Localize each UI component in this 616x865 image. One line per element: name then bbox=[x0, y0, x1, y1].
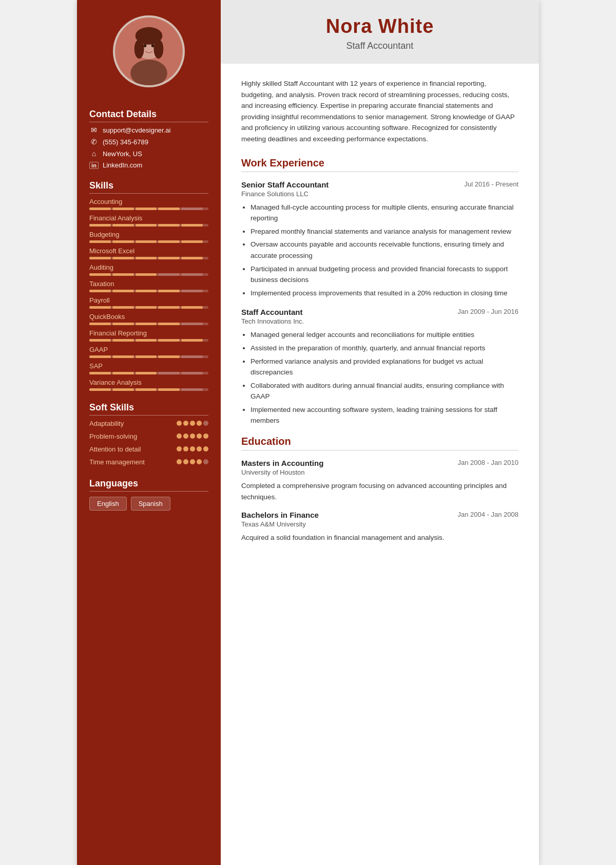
sidebar-content: Contact Details ✉ support@cvdesigner.ai … bbox=[77, 98, 221, 511]
skill-name: Variance Analysis bbox=[89, 379, 208, 386]
skill-segment bbox=[112, 240, 134, 243]
skill-segment bbox=[136, 323, 157, 325]
linkedin-icon: in bbox=[89, 162, 99, 169]
skill-segment bbox=[89, 224, 111, 227]
skill-bar bbox=[89, 224, 208, 227]
skill-bar bbox=[89, 323, 208, 325]
soft-skill-item: Attention to detail bbox=[89, 445, 208, 454]
education-list: Masters in AccountingJan 2008 - Jan 2010… bbox=[241, 459, 518, 543]
skill-segment bbox=[112, 208, 134, 210]
skill-bar bbox=[89, 290, 208, 292]
edu-block: Bachelors in FinanceJan 2004 - Jan 2008T… bbox=[241, 511, 518, 543]
bullet-item: Performed variance analysis and provided… bbox=[251, 356, 518, 378]
skill-segment bbox=[181, 339, 203, 342]
skill-segment bbox=[136, 240, 157, 243]
skill-segment bbox=[89, 355, 111, 358]
dot bbox=[190, 446, 195, 452]
skill-segment bbox=[89, 240, 111, 243]
email-item: ✉ support@cvdesigner.ai bbox=[89, 126, 208, 134]
job-bullets: Managed general ledger accounts and reco… bbox=[251, 329, 518, 426]
dot bbox=[177, 421, 182, 426]
dot bbox=[183, 434, 188, 439]
skill-item: Taxation bbox=[89, 280, 208, 292]
dot bbox=[203, 446, 208, 452]
skill-item: Financial Reporting bbox=[89, 329, 208, 342]
skill-segment bbox=[112, 372, 134, 374]
soft-skill-name: Time management bbox=[89, 458, 177, 467]
dots-container bbox=[177, 432, 208, 439]
skills-list: AccountingFinancial AnalysisBudgetingMic… bbox=[89, 198, 208, 391]
skill-segment bbox=[136, 290, 157, 292]
bullet-item: Assisted in the preparation of monthly, … bbox=[251, 343, 518, 354]
location-item: ⌂ NewYork, US bbox=[89, 149, 208, 158]
soft-skill-item: Time management bbox=[89, 458, 208, 467]
skill-bar bbox=[89, 339, 208, 342]
skill-name: Financial Analysis bbox=[89, 214, 208, 222]
svg-point-6 bbox=[144, 44, 147, 47]
skill-segment bbox=[158, 388, 180, 391]
summary: Highly skilled Staff Accountant with 12 … bbox=[241, 78, 518, 145]
skill-item: GAAP bbox=[89, 346, 208, 358]
dot bbox=[177, 459, 182, 464]
svg-point-5 bbox=[153, 39, 163, 59]
soft-skill-name: Problem-solving bbox=[89, 432, 177, 441]
skill-item: SAP bbox=[89, 362, 208, 374]
skill-segment bbox=[112, 257, 134, 259]
skill-segment bbox=[136, 372, 157, 374]
skill-name: Budgeting bbox=[89, 231, 208, 238]
job-header: Staff AccountantJan 2009 - Jun 2016 bbox=[241, 308, 518, 316]
skill-segment bbox=[136, 273, 157, 276]
skill-segment bbox=[112, 224, 134, 227]
main-content: Highly skilled Staff Accountant with 12 … bbox=[221, 64, 539, 865]
education-title: Education bbox=[241, 436, 518, 450]
bullet-item: Implemented new accounting software syst… bbox=[251, 404, 518, 426]
skill-segment bbox=[89, 273, 111, 276]
skill-segment bbox=[158, 339, 180, 342]
dot bbox=[177, 434, 182, 439]
job-title: Staff Accountant bbox=[241, 308, 302, 316]
job-header: Senior Staff AccountantJul 2016 - Presen… bbox=[241, 180, 518, 189]
dot bbox=[197, 434, 202, 439]
job-block: Senior Staff AccountantJul 2016 - Presen… bbox=[241, 180, 518, 299]
edu-school: University of Houston bbox=[241, 468, 518, 476]
jobs-list: Senior Staff AccountantJul 2016 - Presen… bbox=[241, 180, 518, 427]
languages-title: Languages bbox=[89, 478, 208, 492]
soft-skill-item: Problem-solving bbox=[89, 432, 208, 441]
skill-segment bbox=[112, 273, 134, 276]
dot bbox=[177, 446, 182, 452]
dot bbox=[197, 459, 202, 464]
skill-segment bbox=[89, 208, 111, 210]
skill-item: Variance Analysis bbox=[89, 379, 208, 391]
language-badge: Spanish bbox=[131, 497, 170, 511]
job-title: Senior Staff Accountant bbox=[241, 180, 329, 189]
skill-item: Payroll bbox=[89, 296, 208, 309]
dot bbox=[183, 421, 188, 426]
skill-bar bbox=[89, 240, 208, 243]
soft-skill-item: Adaptability bbox=[89, 420, 208, 428]
job-date: Jul 2016 - Present bbox=[464, 180, 518, 188]
dot bbox=[183, 459, 188, 464]
skill-item: QuickBooks bbox=[89, 313, 208, 325]
header: Nora White Staff Accountant bbox=[221, 0, 539, 64]
skill-segment bbox=[181, 372, 203, 374]
dot bbox=[190, 421, 195, 426]
skill-segment bbox=[136, 339, 157, 342]
skill-segment bbox=[89, 323, 111, 325]
resume-container: Contact Details ✉ support@cvdesigner.ai … bbox=[77, 0, 539, 865]
dot bbox=[197, 421, 202, 426]
edu-block: Masters in AccountingJan 2008 - Jan 2010… bbox=[241, 459, 518, 502]
soft-skills-list: AdaptabilityProblem-solvingAttention to … bbox=[89, 420, 208, 467]
edu-school: Texas A&M University bbox=[241, 520, 518, 528]
edu-date: Jan 2004 - Jan 2008 bbox=[457, 511, 518, 518]
skill-name: GAAP bbox=[89, 346, 208, 353]
svg-point-4 bbox=[134, 39, 144, 59]
skill-segment bbox=[136, 306, 157, 309]
skill-segment bbox=[112, 388, 134, 391]
skill-segment bbox=[181, 306, 203, 309]
skill-segment bbox=[181, 208, 203, 210]
dots-container bbox=[177, 445, 208, 452]
main-panel: Nora White Staff Accountant Highly skill… bbox=[221, 0, 539, 865]
candidate-title: Staff Accountant bbox=[241, 41, 518, 51]
bullet-item: Prepared monthly financial statements an… bbox=[251, 226, 518, 237]
linkedin-item: in LinkedIn.com bbox=[89, 161, 208, 169]
